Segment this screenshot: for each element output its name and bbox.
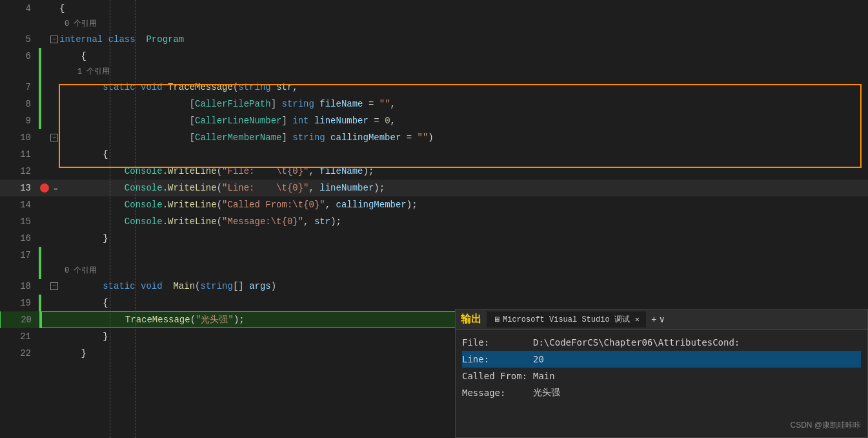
output-label-file: File:: [462, 337, 533, 348]
green-bar-17: [39, 247, 41, 264]
output-row-line: Line: 20: [462, 351, 861, 368]
code-line-4: 4 {: [0, 0, 868, 17]
gutter-14: [39, 196, 59, 213]
line-content-7: static void TraceMessage(string str,: [59, 79, 868, 96]
code-line-7: 7 static void TraceMessage(string str,: [0, 79, 868, 96]
annotation-ref-1: 1 个引用: [0, 65, 868, 79]
code-line-18: 18 − static void Main(string[] args): [0, 278, 868, 295]
code-content: 4 { 0 个引用 5 − internal class Program 6: [0, 0, 868, 438]
green-bar-19: [39, 295, 41, 311]
line-content-15: Console.WriteLine("Message:\t{0}", str);: [59, 213, 868, 230]
line-number-17: 17: [0, 247, 39, 264]
output-title: 输出: [461, 313, 481, 326]
gutter-22: [39, 345, 59, 362]
code-line-14: 14 Console.WriteLine("Called From:\t{0}"…: [0, 196, 868, 213]
gutter-7: [39, 79, 59, 96]
output-tab-label: Microsoft Visual Studio 调试: [503, 314, 630, 325]
watermark: CSDN @康凯哇咔咔: [790, 420, 861, 431]
collapse-btn-10[interactable]: −: [50, 134, 58, 141]
output-label-called: Called From:: [462, 371, 533, 381]
line-number-4: 4: [0, 0, 39, 17]
gutter-11: [39, 146, 59, 163]
gutter-16: [39, 230, 59, 247]
output-chevron-btn[interactable]: ∨: [659, 314, 664, 325]
ann-gutter-3: [39, 262, 59, 279]
annotation-ref-2: 0 个引用: [0, 264, 868, 278]
gutter-20: [39, 311, 60, 328]
line-number-16: 16: [0, 230, 39, 247]
ann-num-2: [0, 63, 39, 80]
line-number-13: 13: [0, 180, 39, 196]
line-content-14: Console.WriteLine("Called From:\t{0}", c…: [59, 196, 868, 213]
output-label-line: Line:: [462, 354, 533, 364]
green-bar-ann2: [39, 63, 41, 80]
gutter-10: −: [39, 129, 59, 146]
line-number-5: 5: [0, 31, 39, 48]
gutter-19: [39, 295, 59, 311]
line-number-18: 18: [0, 278, 39, 295]
line-number-21: 21: [0, 328, 39, 345]
code-line-16: 16 }: [0, 230, 868, 247]
output-tab[interactable]: 🖥 Microsoft Visual Studio 调试 ✕: [487, 311, 646, 328]
line-content-6: {: [59, 48, 868, 65]
output-value-message: 光头强: [533, 387, 560, 399]
output-row-message: Message: 光头强: [462, 384, 861, 401]
gutter-13: ✏: [39, 180, 59, 196]
line-content-18: static void Main(string[] args): [59, 278, 868, 295]
output-panel: 输出 🖥 Microsoft Visual Studio 调试 ✕ + ∨ Fi…: [455, 309, 868, 438]
gutter-12: [39, 163, 59, 180]
green-bar-7: [39, 79, 41, 96]
output-add-btn[interactable]: +: [651, 315, 656, 325]
gutter-9: [39, 112, 59, 129]
output-value-line: 20: [533, 354, 544, 364]
code-line-12: 12 Console.WriteLine("File: \t{0}", file…: [0, 163, 868, 180]
output-body: File: D:\CodeForCS\Chapter06\AttributesC…: [456, 330, 867, 405]
code-line-8: 8 [CallerFilePath] string fileName = "",: [0, 96, 868, 112]
code-line-10: 10 − [CallerMemberName] string callingMe…: [0, 129, 868, 146]
line-content-8: [CallerFilePath] string fileName = "",: [59, 96, 868, 112]
collapse-btn-18[interactable]: −: [50, 282, 58, 290]
line-content-13: Console.WriteLine("Line: \t{0}", lineNum…: [59, 180, 868, 196]
output-label-message: Message:: [462, 388, 533, 398]
line-number-8: 8: [0, 96, 39, 112]
pencil-icon-13: ✏: [54, 184, 58, 193]
output-value-file: D:\CodeForCS\Chapter06\AttributesCond:: [533, 337, 740, 348]
line-number-11: 11: [0, 146, 39, 163]
line-content-12: Console.WriteLine("File: \t{0}", fileNam…: [59, 163, 868, 180]
gutter-18: −: [39, 278, 59, 295]
line-number-9: 9: [0, 112, 39, 129]
green-bar-6: [39, 48, 41, 65]
gutter-4: [39, 0, 59, 17]
code-line-9: 9 [CallerLineNumber] int lineNumber = 0,: [0, 112, 868, 129]
gutter-17: [39, 247, 59, 264]
output-row-file: File: D:\CodeForCS\Chapter06\AttributesC…: [462, 334, 861, 351]
line-content-10: [CallerMemberName] string callingMember …: [59, 129, 868, 146]
collapse-btn-5[interactable]: −: [50, 36, 58, 43]
output-tab-close-btn[interactable]: ✕: [635, 315, 640, 324]
line-number-12: 12: [0, 163, 39, 180]
gutter-6: [39, 48, 59, 65]
code-line-11: 11 {: [0, 146, 868, 163]
green-bar-9: [39, 112, 41, 129]
output-panel-header: 输出 🖥 Microsoft Visual Studio 调试 ✕ + ∨: [456, 309, 867, 330]
line-number-10: 10: [0, 129, 39, 146]
gutter-8: [39, 96, 59, 112]
code-line-15: 15 Console.WriteLine("Message:\t{0}", st…: [0, 213, 868, 230]
line-number-19: 19: [0, 295, 39, 311]
annotation-text-3: 0 个引用: [59, 262, 868, 279]
gutter-21: [39, 328, 59, 345]
line-content-11: {: [59, 146, 868, 163]
code-editor: 4 { 0 个引用 5 − internal class Program 6: [0, 0, 868, 438]
annotation-text-2: 1 个引用: [59, 63, 868, 80]
green-bar-20: [39, 311, 42, 328]
ann-gutter-1: [39, 16, 59, 32]
ann-num-1: [0, 16, 39, 32]
annotation-text-1: 0 个引用: [59, 16, 868, 32]
line-number-7: 7: [0, 79, 39, 96]
code-line-6: 6 {: [0, 48, 868, 65]
line-number-6: 6: [0, 48, 39, 65]
line-number-14: 14: [0, 196, 39, 213]
gutter-5: −: [39, 31, 59, 48]
breakpoint-13: [40, 183, 49, 193]
green-bar-ann3: [39, 262, 41, 279]
